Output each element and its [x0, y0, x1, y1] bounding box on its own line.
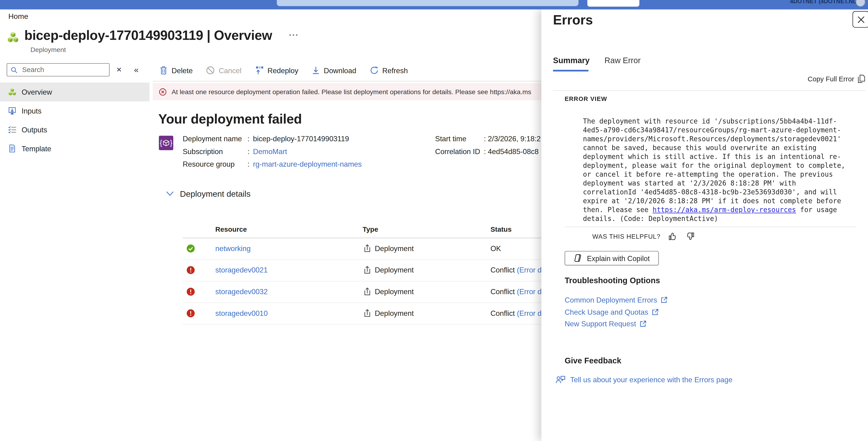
column-header-resource: Resource [215, 226, 247, 233]
check-usage-and-quotas-link[interactable]: Check Usage and Quotas [564, 308, 659, 317]
tenant-name[interactable]: 4DOTNET (4DOTNET.NL) [790, 0, 859, 4]
error-details-link[interactable]: (Error d [517, 266, 541, 274]
search-clear-button[interactable]: ✕ [116, 66, 122, 74]
sidebar-item-overview[interactable]: Overview [0, 83, 150, 101]
refresh-button[interactable]: Refresh [370, 66, 408, 75]
resource-group-link[interactable]: rg-mart-azure-deployment-names [253, 160, 362, 169]
detail-correlation-id: Correlation ID: 4ed54d85-08c8 [435, 147, 541, 156]
top-bar: 4DOTNET (4DOTNET.NL) [0, 0, 868, 9]
table-row: storagedev0032 Deployment Conflict (Erro… [183, 281, 541, 303]
status-cell: Conflict (Error d [491, 288, 541, 296]
sidebar-nav: Overview Inputs Outputs [0, 83, 150, 158]
type-cell: Deployment [375, 266, 414, 274]
status-error-icon [187, 288, 195, 296]
detail-deployment-name: Deployment name:bicep-deploy-17701499031… [183, 135, 349, 143]
main-region: Home bicep-deploy-1770149903119 | Overvi… [0, 9, 541, 441]
sidebar-item-label: Overview [22, 88, 52, 96]
feedback-link[interactable]: Tell us about your experience with the E… [555, 375, 733, 385]
type-cell: Deployment [375, 288, 414, 296]
thumbs-down-icon[interactable] [685, 232, 695, 241]
tab-summary[interactable]: Summary [553, 56, 590, 65]
table-row: networking Deployment OK [183, 238, 541, 260]
chevron-down-icon [166, 191, 174, 196]
arm-deployment-icon: { } [159, 136, 173, 150]
banner-text: At least one resource deployment operati… [172, 88, 531, 95]
download-button[interactable]: Download [312, 66, 356, 75]
deployment-type-icon [363, 244, 372, 255]
deployment-details-toggle[interactable]: Deployment details [166, 189, 251, 198]
search-icon [10, 66, 18, 74]
panel-close-button[interactable] [852, 11, 868, 28]
table-row: storagedev0010 Deployment Conflict (Erro… [183, 303, 541, 325]
new-support-request-link[interactable]: New Support Request [564, 320, 647, 328]
error-details-link[interactable]: (Error d [517, 288, 541, 296]
resource-cubes-icon [7, 87, 17, 96]
redeploy-button[interactable]: Redeploy [255, 66, 298, 75]
sidebar-search[interactable] [7, 63, 110, 77]
sidebar-item-outputs[interactable]: Outputs [0, 120, 150, 139]
sidebar-collapse-button[interactable]: « [134, 65, 138, 74]
template-icon [7, 144, 17, 153]
arm-deploy-resources-link[interactable]: https://aka.ms/arm-deploy-resources [653, 206, 796, 214]
azure-portal-viewport: 4DOTNET (4DOTNET.NL) Home bicep-deploy-1… [0, 0, 868, 441]
toolbar-divider [153, 81, 541, 81]
error-message-text: The deployment with resource id '/subscr… [583, 117, 845, 223]
table-header: Resource Type Status [183, 223, 541, 238]
errors-panel: Errors Summary Raw Error Copy Full Error… [541, 9, 868, 441]
thumbs-up-icon[interactable] [668, 232, 678, 241]
type-cell: Deployment [375, 244, 414, 253]
delete-button[interactable]: Delete [159, 66, 193, 75]
sidebar-item-template[interactable]: Template [0, 139, 150, 158]
copy-full-error-button[interactable]: Copy Full Error [808, 75, 866, 84]
deployment-type-icon [363, 308, 372, 320]
trash-icon [159, 66, 168, 75]
resource-link[interactable]: storagedev0010 [215, 309, 268, 318]
deployment-operations-table: Resource Type Status networking Deployme… [183, 223, 541, 325]
copilot-icon [574, 254, 583, 263]
column-header-type: Type [363, 226, 378, 233]
more-options-button[interactable]: ··· [289, 30, 299, 39]
type-cell: Deployment [375, 309, 414, 318]
status-cell: OK [491, 244, 541, 253]
error-view-label: ERROR VIEW [564, 95, 607, 102]
tab-raw-error[interactable]: Raw Error [604, 56, 641, 65]
topbar-dropdown[interactable] [587, 0, 639, 7]
common-deployment-errors-link[interactable]: Common Deployment Errors [564, 296, 668, 304]
active-tab-underline [553, 70, 589, 71]
error-details-link[interactable]: (Error d [517, 309, 541, 318]
status-error-icon [187, 266, 195, 274]
cancel-icon [206, 66, 215, 75]
status-cell: Conflict (Error d [491, 309, 541, 318]
resource-link[interactable]: networking [215, 244, 251, 253]
external-link-icon [652, 308, 659, 316]
page-title: bicep-deploy-1770149903119 | Overview [25, 28, 272, 43]
subscription-link[interactable]: DemoMart [253, 147, 287, 156]
status-cell: Conflict (Error d [491, 266, 541, 274]
sidebar-item-label: Inputs [22, 107, 41, 115]
deployment-cubes-icon [7, 31, 20, 46]
close-icon [857, 15, 865, 24]
breadcrumb-home[interactable]: Home [8, 12, 28, 21]
column-header-status: Status [491, 226, 512, 233]
sidebar-item-label: Template [22, 144, 51, 153]
status-error-icon [187, 309, 195, 318]
panel-divider [564, 227, 856, 227]
external-link-icon [639, 320, 647, 327]
global-search-bar[interactable] [277, 0, 578, 6]
feedback-person-icon [555, 375, 566, 385]
detail-subscription: Subscription:DemoMart [183, 147, 287, 156]
resource-link[interactable]: storagedev0032 [215, 288, 268, 296]
sidebar-item-inputs[interactable]: Inputs [0, 101, 150, 120]
was-this-helpful: WAS THIS HELPFUL? [592, 232, 695, 241]
resource-link[interactable]: storagedev0021 [215, 266, 268, 274]
panel-title: Errors [553, 12, 593, 28]
outputs-icon [7, 125, 17, 134]
detail-start-time: Start time: 2/3/2026, 9:18:2 [435, 135, 541, 143]
search-input[interactable] [21, 65, 106, 74]
detail-resource-group: Resource group:rg-mart-azure-deployment-… [183, 160, 362, 169]
explain-with-copilot-button[interactable]: Explain with Copilot [564, 251, 659, 265]
download-icon [312, 66, 320, 75]
give-feedback-heading: Give Feedback [564, 356, 621, 365]
external-link-icon [660, 296, 668, 304]
avatar[interactable] [856, 0, 865, 7]
